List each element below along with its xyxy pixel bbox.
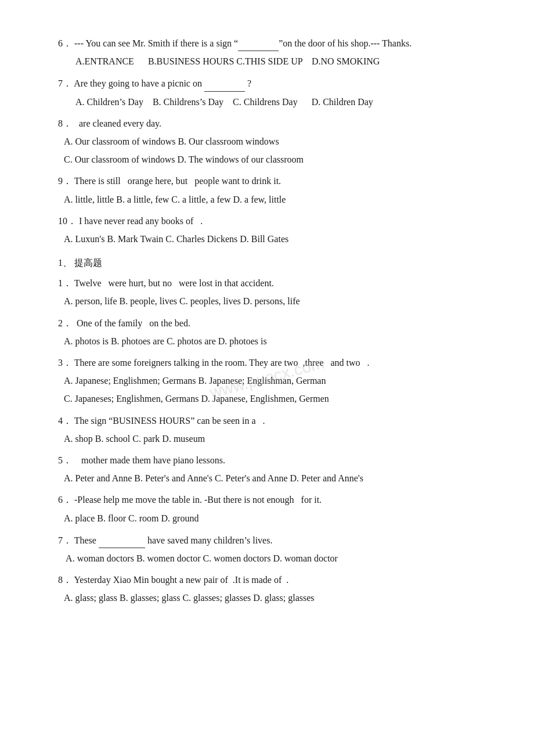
adv-q4-number: 4． <box>58 416 72 426</box>
adv-question-7: 7． These have saved many children’s live… <box>58 532 493 566</box>
adv-q6-text: 6． -Please help me move the table in. -B… <box>58 492 493 507</box>
adv-q3-answer-ab: A. Japanese; Englishmen; Germans B. Japa… <box>58 373 493 388</box>
question-8: 8． are cleaned every day. A. Our classro… <box>58 116 493 168</box>
adv-q4-answers: A. shop B. school C. park D. museum <box>58 431 493 447</box>
section-number: 1、 <box>58 258 72 268</box>
section-title: 提高题 <box>74 258 102 268</box>
q7-number: 7． <box>58 78 72 88</box>
adv-q6-answers: A. place B. floor C. room D. ground <box>58 510 493 526</box>
q9-answers: A. little, little B. a little, few C. a … <box>58 192 493 207</box>
adv-q7-number: 7． <box>58 535 72 545</box>
adv-q8-number: 8． <box>58 575 72 585</box>
q7-body: Are they going to have a picnic on ? <box>74 78 251 88</box>
section-advanced: 1、 提高题 <box>58 255 493 271</box>
question-6-text: 6． --- You can see Mr. Smith if there is… <box>58 35 493 51</box>
adv-question-4: 4． The sign “BUSINESS HOURS” can be seen… <box>58 413 493 447</box>
question-9-text: 9． There is still orange here, but peopl… <box>58 173 493 189</box>
adv-q7-answers: A. woman doctors B. women doctor C. wome… <box>58 550 493 566</box>
adv-q8-answers: A. glass; glass B. glasses; glass C. gla… <box>58 590 493 606</box>
q10-answers: A. Luxun's B. Mark Twain C. Charles Dick… <box>58 231 493 247</box>
adv-question-8: 8． Yesterday Xiao Min bought a new pair … <box>58 572 493 606</box>
adv-q1-number: 1． <box>58 278 72 288</box>
q8-answer-c: C. Our classroom of windows D. The windo… <box>58 152 493 167</box>
adv-q6-body: -Please help me move the table in. -But … <box>74 495 322 505</box>
q8-number: 8． <box>58 118 72 128</box>
question-7-text: 7． Are they going to have a picnic on ? <box>58 75 493 91</box>
question-10-text: 10． I have never read any books of . <box>58 213 493 229</box>
adv-q2-text: 2． One of the family on the bed. <box>58 315 493 331</box>
adv-question-5: 5． mother made them have piano lessons. … <box>58 452 493 486</box>
question-7: 7． Are they going to have a picnic on ? … <box>58 75 493 109</box>
adv-question-3: 3． There are some foreigners talking in … <box>58 355 493 407</box>
question-8-text: 8． are cleaned every day. <box>58 116 493 131</box>
question-6: 6． --- You can see Mr. Smith if there is… <box>58 35 493 69</box>
q6-number: 6． <box>58 38 72 48</box>
question-9: 9． There is still orange here, but peopl… <box>58 173 493 207</box>
adv-q3-text: 3． There are some foreigners talking in … <box>58 355 493 370</box>
adv-q3-body: There are some foreigners talking in the… <box>74 358 370 368</box>
q8-body: are cleaned every day. <box>74 118 161 128</box>
q10-number: 10． <box>58 216 77 226</box>
adv-q5-body: mother made them have piano lessons. <box>74 455 225 465</box>
q6-answers: A.ENTRANCE B.BUSINESS HOURS C.THIS SIDE … <box>58 53 493 69</box>
adv-q3-number: 3． <box>58 358 72 368</box>
adv-q5-text: 5． mother made them have piano lessons. <box>58 452 493 468</box>
adv-question-1: 1． Twelve were hurt, but no were lost in… <box>58 275 493 309</box>
adv-q7-text: 7． These have saved many children’s live… <box>58 532 493 548</box>
adv-q1-answers: A. person, life B. people, lives C. peop… <box>58 293 493 309</box>
adv-q6-number: 6． <box>58 495 72 505</box>
q9-number: 9． <box>58 176 72 186</box>
q9-body: There is still orange here, but people w… <box>74 176 281 186</box>
q10-body: I have never read any books of . <box>79 216 203 226</box>
q8-answer-a: A. Our classroom of windows B. Our class… <box>58 134 493 149</box>
question-10: 10． I have never read any books of . A. … <box>58 213 493 247</box>
adv-q4-body: The sign “BUSINESS HOURS” can be seen in… <box>74 416 265 426</box>
adv-q8-body: Yesterday Xiao Min bought a new pair of … <box>74 575 288 585</box>
adv-q2-body: One of the family on the bed. <box>74 318 190 328</box>
adv-q3-answer-cd: C. Japaneses; Englishmen, Germans D. Jap… <box>58 391 493 406</box>
adv-question-2: 2． One of the family on the bed. A. phot… <box>58 315 493 349</box>
q6-body: --- You can see Mr. Smith if there is a … <box>74 38 412 48</box>
content-area: 6． --- You can see Mr. Smith if there is… <box>58 35 493 606</box>
adv-q1-body: Twelve were hurt, but no were lost in th… <box>74 278 274 288</box>
adv-q7-body: These have saved many children’s lives. <box>74 535 273 545</box>
adv-q2-answers: A. photos is B. photoes are C. photos ar… <box>58 333 493 349</box>
adv-question-6: 6． -Please help me move the table in. -B… <box>58 492 493 525</box>
adv-q1-text: 1． Twelve were hurt, but no were lost in… <box>58 275 493 291</box>
adv-q5-answers: A. Peter and Anne B. Peter's and Anne's … <box>58 470 493 486</box>
adv-q8-text: 8． Yesterday Xiao Min bought a new pair … <box>58 572 493 588</box>
q7-answers: A. Children’s Day B. Childrens’s Day C. … <box>58 94 493 110</box>
adv-q5-number: 5． <box>58 455 72 465</box>
adv-q4-text: 4． The sign “BUSINESS HOURS” can be seen… <box>58 413 493 429</box>
adv-q2-number: 2． <box>58 318 72 328</box>
